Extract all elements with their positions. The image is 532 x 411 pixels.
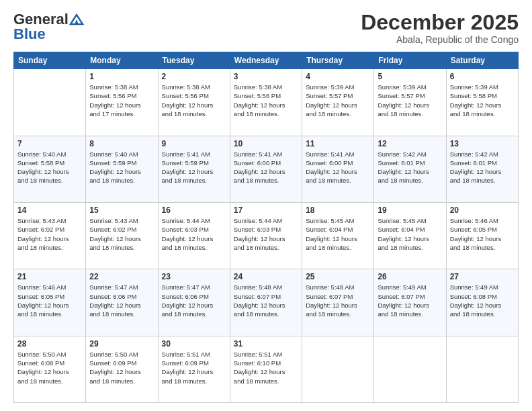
calendar-cell — [302, 336, 374, 402]
day-info-line: Daylight: 12 hours — [162, 368, 214, 375]
day-info-line: and 18 minutes. — [378, 310, 423, 318]
day-info-line: and 18 minutes. — [234, 110, 279, 118]
page: General Blue December 2025 Abala, Republ… — [0, 0, 532, 411]
header: General Blue December 2025 Abala, Republ… — [13, 11, 519, 45]
day-info-line: Daylight: 12 hours — [306, 101, 357, 109]
day-info-line: Sunrise: 5:42 AM — [378, 150, 426, 158]
day-info-line: Daylight: 12 hours — [17, 235, 69, 242]
day-info-line: and 18 minutes. — [234, 177, 279, 184]
day-info-line: Sunrise: 5:40 AM — [17, 150, 66, 158]
calendar-cell: 13Sunrise: 5:42 AMSunset: 6:01 PMDayligh… — [446, 136, 518, 202]
day-info: Sunrise: 5:44 AMSunset: 6:03 PMDaylight:… — [234, 216, 298, 252]
day-info-line: Sunset: 5:59 PM — [162, 159, 209, 167]
col-thursday: Thursday — [302, 52, 374, 69]
day-info: Sunrise: 5:44 AMSunset: 6:03 PMDaylight:… — [162, 216, 226, 252]
calendar-cell: 7Sunrise: 5:40 AMSunset: 5:58 PMDaylight… — [14, 136, 86, 202]
day-number: 23 — [162, 272, 226, 281]
day-info-line: Daylight: 12 hours — [378, 101, 429, 109]
day-info-line: Sunset: 6:03 PM — [234, 226, 281, 233]
calendar-cell: 25Sunrise: 5:48 AMSunset: 6:07 PMDayligh… — [302, 269, 374, 336]
col-tuesday: Tuesday — [158, 52, 230, 69]
day-info-line: Sunrise: 5:41 AM — [162, 150, 210, 158]
calendar-cell: 11Sunrise: 5:41 AMSunset: 6:00 PMDayligh… — [302, 136, 374, 202]
day-number: 22 — [89, 272, 154, 281]
day-number: 1 — [89, 72, 154, 81]
day-info-line: Sunset: 5:58 PM — [450, 92, 497, 99]
day-info-line: Sunset: 6:07 PM — [234, 293, 281, 300]
day-info-line: Sunset: 6:08 PM — [450, 293, 497, 300]
day-info-line: Sunrise: 5:49 AM — [450, 283, 498, 291]
day-info-line: and 18 minutes. — [162, 110, 208, 118]
col-monday: Monday — [86, 52, 158, 69]
day-info-line: Daylight: 12 hours — [162, 235, 214, 242]
calendar-cell: 30Sunrise: 5:51 AMSunset: 6:09 PMDayligh… — [158, 336, 230, 402]
day-info-line: Daylight: 12 hours — [234, 235, 285, 242]
day-info-line: and 18 minutes. — [378, 244, 423, 251]
day-info-line: Sunrise: 5:44 AM — [234, 217, 282, 224]
day-info-line: Sunset: 5:56 PM — [89, 92, 136, 99]
day-info: Sunrise: 5:51 AMSunset: 6:09 PMDaylight:… — [162, 350, 226, 385]
day-info: Sunrise: 5:40 AMSunset: 5:58 PMDaylight:… — [17, 150, 82, 185]
day-info-line: Daylight: 12 hours — [450, 101, 502, 109]
day-number: 25 — [306, 272, 370, 281]
day-info-line: and 18 minutes. — [17, 244, 63, 251]
day-info-line: Daylight: 12 hours — [89, 101, 141, 109]
day-info-line: Daylight: 12 hours — [234, 101, 285, 109]
day-number: 19 — [378, 205, 442, 215]
location: Abala, Republic of the Congo — [361, 34, 519, 45]
day-info-line: Sunset: 6:06 PM — [162, 293, 209, 300]
day-info-line: Sunset: 6:02 PM — [17, 226, 64, 233]
calendar-cell: 5Sunrise: 5:39 AMSunset: 5:57 PMDaylight… — [374, 69, 446, 136]
calendar-cell: 10Sunrise: 5:41 AMSunset: 6:00 PMDayligh… — [230, 136, 302, 202]
day-info-line: Sunset: 6:09 PM — [89, 359, 136, 367]
day-info-line: Sunset: 5:57 PM — [306, 92, 353, 99]
day-info-line: Sunrise: 5:51 AM — [162, 351, 210, 358]
day-info: Sunrise: 5:47 AMSunset: 6:06 PMDaylight:… — [89, 283, 154, 318]
calendar-cell: 20Sunrise: 5:46 AMSunset: 6:05 PMDayligh… — [446, 202, 518, 269]
day-info-line: and 18 minutes. — [234, 244, 279, 251]
day-number: 9 — [162, 139, 226, 148]
calendar-week-2: 14Sunrise: 5:43 AMSunset: 6:02 PMDayligh… — [14, 202, 519, 269]
col-friday: Friday — [374, 52, 446, 69]
title-block: December 2025 Abala, Republic of the Con… — [361, 11, 519, 45]
day-info-line: Sunrise: 5:45 AM — [306, 217, 354, 224]
day-info: Sunrise: 5:38 AMSunset: 5:56 PMDaylight:… — [89, 83, 154, 118]
day-info: Sunrise: 5:39 AMSunset: 5:58 PMDaylight:… — [450, 83, 515, 118]
calendar-cell: 3Sunrise: 5:38 AMSunset: 5:56 PMDaylight… — [230, 69, 302, 136]
calendar-cell: 16Sunrise: 5:44 AMSunset: 6:03 PMDayligh… — [158, 202, 230, 269]
day-info-line: Sunrise: 5:48 AM — [306, 283, 354, 291]
day-info-line: Sunset: 6:08 PM — [17, 359, 64, 367]
day-info-line: Sunset: 6:02 PM — [89, 226, 136, 233]
day-info-line: and 18 minutes. — [450, 310, 496, 318]
day-info-line: Sunset: 6:03 PM — [162, 226, 209, 233]
day-info-line: Daylight: 12 hours — [162, 302, 214, 309]
day-info-line: and 18 minutes. — [17, 310, 63, 318]
day-number: 6 — [450, 72, 515, 81]
day-info-line: Sunrise: 5:46 AM — [450, 217, 498, 224]
day-info-line: Sunset: 6:01 PM — [450, 159, 497, 167]
day-info-line: Daylight: 12 hours — [378, 235, 429, 242]
day-info-line: Daylight: 12 hours — [306, 235, 357, 242]
calendar-cell: 14Sunrise: 5:43 AMSunset: 6:02 PMDayligh… — [14, 202, 86, 269]
day-info-line: and 18 minutes. — [306, 110, 351, 118]
calendar-cell: 2Sunrise: 5:38 AMSunset: 5:56 PMDaylight… — [158, 69, 230, 136]
day-info-line: Daylight: 12 hours — [306, 302, 357, 309]
calendar-cell: 18Sunrise: 5:45 AMSunset: 6:04 PMDayligh… — [302, 202, 374, 269]
day-info: Sunrise: 5:46 AMSunset: 6:05 PMDaylight:… — [17, 283, 82, 318]
day-number: 20 — [450, 205, 515, 215]
day-info-line: Sunset: 6:00 PM — [306, 159, 353, 167]
day-info-line: Sunrise: 5:43 AM — [89, 217, 138, 224]
day-number: 12 — [378, 139, 442, 148]
calendar-cell: 24Sunrise: 5:48 AMSunset: 6:07 PMDayligh… — [230, 269, 302, 336]
day-info-line: Sunset: 5:56 PM — [234, 92, 281, 99]
calendar-cell: 23Sunrise: 5:47 AMSunset: 6:06 PMDayligh… — [158, 269, 230, 336]
calendar-cell — [14, 69, 86, 136]
day-info-line: and 18 minutes. — [306, 177, 351, 184]
calendar-cell: 17Sunrise: 5:44 AMSunset: 6:03 PMDayligh… — [230, 202, 302, 269]
day-info: Sunrise: 5:39 AMSunset: 5:57 PMDaylight:… — [306, 83, 370, 118]
calendar-cell: 8Sunrise: 5:40 AMSunset: 5:59 PMDaylight… — [86, 136, 158, 202]
day-info-line: Sunrise: 5:47 AM — [89, 283, 138, 291]
calendar-cell: 6Sunrise: 5:39 AMSunset: 5:58 PMDaylight… — [446, 69, 518, 136]
day-info: Sunrise: 5:42 AMSunset: 6:01 PMDaylight:… — [450, 150, 515, 185]
day-number: 7 — [17, 139, 82, 148]
